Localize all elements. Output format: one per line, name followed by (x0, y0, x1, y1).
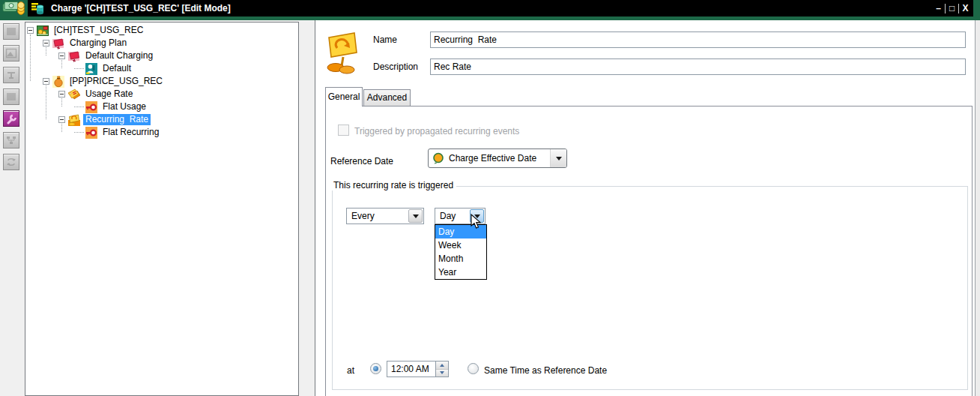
chevron-down-icon (556, 157, 562, 164)
tree-item-label[interactable]: Flat Recurring (100, 127, 161, 138)
chevron-down-icon (474, 214, 480, 221)
frequency-value: Every (351, 211, 375, 221)
title-bar: Charge '[CH]TEST_USG_REC' [Edit Mode] – … (0, 0, 980, 16)
default-member-icon (85, 63, 97, 75)
charge-icon (37, 25, 49, 37)
description-input[interactable] (430, 58, 966, 75)
refresh-tool-icon (5, 156, 17, 168)
chevron-down-icon (413, 214, 419, 221)
money-coins-icon (2, 1, 26, 18)
tree-item-label[interactable]: Usage Rate (83, 88, 135, 100)
tree-item-label[interactable]: Default Charging (83, 50, 155, 62)
flat-rate-icon (85, 101, 97, 113)
frequency-combobox[interactable]: Every (346, 208, 424, 224)
tree-item-flat-usage[interactable]: Flat Usage (25, 100, 298, 113)
price-plan-icon (52, 76, 64, 88)
detail-panel: Name Description General Advanced Trigge… (315, 20, 975, 396)
period-dropdown-list: Day Week Month Year (435, 224, 487, 280)
tree-item-recurring-rate[interactable]: Recurring Rate (25, 113, 298, 126)
same-time-label: Same Time as Reference Date (484, 365, 607, 376)
recurring-rate-header-icon (326, 32, 359, 77)
reference-date-dropdown-button[interactable] (550, 149, 566, 167)
blank-tool-icon-2 (5, 91, 17, 103)
general-tab-page: Triggered by propagated recurring events… (325, 106, 973, 396)
trigger-group-box (332, 186, 968, 390)
tree-item-label[interactable]: [CH]TEST_USG_REC (52, 25, 145, 36)
toolbar-table-button[interactable] (3, 67, 19, 83)
name-label: Name (373, 34, 397, 45)
restore-button[interactable]: □ (946, 0, 958, 16)
tree-item-label[interactable]: Flat Usage (100, 101, 148, 112)
collapse-expander-icon[interactable] (27, 27, 34, 34)
name-input[interactable] (430, 32, 966, 48)
frequency-dropdown-button[interactable] (408, 209, 423, 223)
tree-item-usage-rate[interactable]: Usage Rate (25, 88, 298, 100)
time-value[interactable]: 12:00 AM (387, 361, 436, 377)
tree-leaf-connector (74, 100, 84, 107)
propagated-events-label: Triggered by propagated recurring events (354, 126, 519, 136)
reference-date-label: Reference Date (330, 156, 393, 166)
same-time-radio[interactable] (468, 363, 479, 374)
period-dropdown-button[interactable] (470, 209, 484, 223)
spin-down-button[interactable] (436, 370, 448, 377)
collapse-expander-icon[interactable] (58, 116, 65, 123)
chevron-down-icon (440, 371, 444, 376)
period-combobox[interactable]: Day (435, 208, 486, 224)
tree-item-label[interactable]: [PP]PRICE_USG_REC (67, 76, 165, 87)
collapse-expander-icon[interactable] (58, 52, 65, 59)
propagated-events-checkbox[interactable] (338, 124, 349, 136)
toolbar-refresh-button[interactable] (3, 154, 19, 170)
tree-item-flat-recurring[interactable]: Flat Recurring (25, 126, 298, 139)
tree-leaf-connector (74, 62, 84, 69)
toolbar-blank-button[interactable] (3, 23, 19, 40)
tree-item-charging-plan[interactable]: Charging Plan (25, 37, 298, 50)
charge-document-icon (31, 2, 44, 15)
tree-item-default-charging[interactable]: Default Charging (25, 50, 298, 62)
effective-date-icon (432, 152, 444, 164)
flat-rate-icon (85, 127, 97, 139)
trigger-group-title: This recurring rate is triggered (330, 180, 456, 190)
blank-tool-icon (5, 26, 17, 38)
time-spinner[interactable]: 12:00 AM (387, 361, 449, 377)
at-label: at (347, 365, 354, 376)
period-value: Day (440, 211, 456, 221)
tree-item-label[interactable]: Charging Plan (67, 38, 129, 49)
side-toolbar (0, 20, 24, 396)
tab-advanced[interactable]: Advanced (363, 89, 411, 106)
entity-tree-panel: [CH]TEST_USG_REC Charging Plan (25, 22, 299, 396)
dropdown-option-month[interactable]: Month (435, 252, 486, 266)
time-spin-buttons (436, 361, 449, 377)
toolbar-wrench-button[interactable] (3, 110, 19, 127)
collapse-expander-icon[interactable] (58, 91, 65, 98)
tree-item-label[interactable]: Default (100, 63, 133, 74)
dropdown-option-year[interactable]: Year (435, 266, 486, 279)
tree-item-charge-root[interactable]: [CH]TEST_USG_REC (25, 24, 298, 37)
charging-plan-icon (68, 50, 80, 62)
tree-item-price-plan[interactable]: [PP]PRICE_USG_REC (25, 75, 298, 88)
toolbar-blank-button-2[interactable] (3, 88, 19, 105)
spin-up-button[interactable] (436, 362, 448, 370)
title-text-area: Charge '[CH]TEST_USG_REC' [Edit Mode] – … (28, 0, 973, 16)
recurring-rate-icon (68, 114, 80, 126)
minimize-button[interactable]: – (932, 0, 945, 16)
reference-date-value: Charge Effective Date (449, 153, 536, 164)
toolbar-hierarchy-button[interactable] (3, 132, 19, 148)
usage-rate-icon (68, 88, 80, 100)
collapse-expander-icon[interactable] (43, 78, 49, 85)
app-window: Charge '[CH]TEST_USG_REC' [Edit Mode] – … (0, 0, 980, 396)
tab-general[interactable]: General (325, 87, 363, 106)
chevron-up-icon (440, 362, 444, 367)
collapse-expander-icon[interactable] (43, 40, 49, 46)
dropdown-option-day[interactable]: Day (435, 225, 486, 238)
wrench-tool-icon (5, 112, 17, 124)
window-controls: – □ X (932, 0, 972, 16)
window-right-edge (975, 20, 980, 396)
tree-leaf-connector (74, 126, 84, 133)
close-button[interactable]: X (959, 0, 972, 16)
tree-item-label[interactable]: Recurring Rate (83, 114, 151, 125)
dropdown-option-week[interactable]: Week (435, 238, 486, 252)
at-time-radio[interactable] (370, 363, 381, 374)
tree-item-default[interactable]: Default (25, 62, 298, 75)
reference-date-combobox[interactable]: Charge Effective Date (428, 148, 567, 168)
toolbar-picture-button[interactable] (3, 45, 19, 62)
